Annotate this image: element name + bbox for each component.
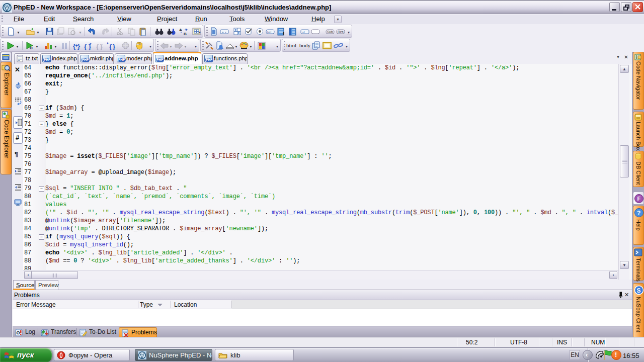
svg-text:S: S [637,287,641,294]
svg-text:×I: ×I [302,31,305,34]
svg-text:*: * [107,42,109,47]
svg-text:}: } [100,43,103,50]
svg-text:{: { [96,43,99,50]
svg-text:A: A [179,28,182,32]
svg-text:{: { [84,43,87,50]
svg-text:{: { [109,43,112,50]
svg-text:O: O [17,330,20,335]
svg-text:?: ? [637,210,640,217]
svg-text:Sub: Sub [327,30,333,34]
svg-text:B: B [184,32,187,36]
svg-text:Res: Res [338,30,344,34]
svg-text:i: i [636,55,637,60]
svg-text:x: x [225,31,226,34]
svg-text:hid: hid [267,31,271,34]
svg-text:+: + [75,43,78,48]
svg-text:F: F [637,196,641,202]
svg-text:D: D [30,46,33,50]
svg-text:}: } [113,43,115,50]
